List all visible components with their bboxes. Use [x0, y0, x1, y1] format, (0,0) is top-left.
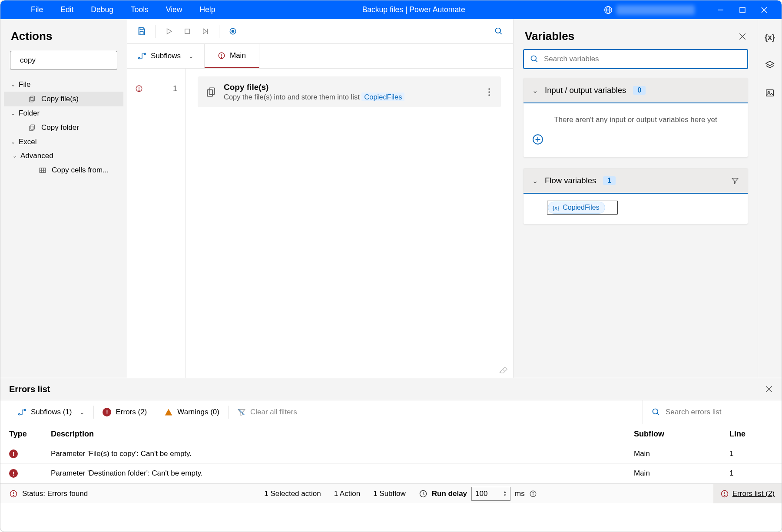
- step-button[interactable]: [197, 23, 214, 40]
- section-title: Flow variables: [545, 176, 596, 185]
- rail-variables-button[interactable]: {x}: [762, 30, 778, 45]
- excel-icon: [39, 166, 46, 174]
- svg-point-26: [139, 57, 140, 59]
- plus-circle-icon: [532, 134, 543, 145]
- rail-images-button[interactable]: [762, 85, 778, 101]
- errors-list-link[interactable]: Errors list (2): [713, 484, 782, 503]
- svg-rect-18: [140, 28, 143, 30]
- variable-icon: {x}: [553, 205, 559, 211]
- tree-group-excel[interactable]: ⌄Excel: [4, 135, 123, 149]
- card-more-button[interactable]: [485, 85, 493, 99]
- chevron-down-icon: ⌄: [189, 53, 194, 59]
- search-flow-button[interactable]: [490, 23, 507, 40]
- search-icon: [652, 408, 660, 416]
- filter-clear-icon: [237, 408, 246, 416]
- subflows-dropdown[interactable]: Subflows ⌄: [127, 44, 205, 68]
- svg-point-57: [13, 495, 14, 496]
- save-button[interactable]: [133, 23, 150, 40]
- tree-group-advanced[interactable]: ⌄Advanced: [4, 149, 123, 163]
- action-card-copy-files[interactable]: Copy file(s) Copy the file(s) into and s…: [198, 76, 501, 107]
- globe-icon: [603, 5, 613, 15]
- svg-point-24: [496, 28, 501, 33]
- action-copy-folder[interactable]: Copy folder: [4, 120, 123, 135]
- svg-point-64: [724, 495, 725, 496]
- maximize-button[interactable]: [738, 6, 747, 14]
- errors-heading: Errors list: [9, 384, 765, 394]
- action-copy-files[interactable]: Copy file(s): [4, 92, 123, 106]
- svg-line-52: [239, 409, 244, 415]
- errors-table: Type Description Subflow Line ! Paramete…: [0, 424, 782, 483]
- clear-filters-button[interactable]: Clear all filters: [229, 408, 306, 416]
- chevron-down-icon[interactable]: ⌄: [532, 177, 538, 185]
- right-rail: {x}: [758, 19, 782, 378]
- svg-rect-20: [185, 29, 190, 34]
- svg-rect-19: [140, 32, 143, 35]
- svg-line-42: [536, 60, 537, 62]
- count-badge: 1: [603, 176, 616, 185]
- rail-layers-button[interactable]: [762, 57, 778, 73]
- errors-subflows-filter[interactable]: Subflows (1) ⌄: [9, 408, 93, 416]
- variables-search[interactable]: [523, 49, 748, 69]
- actions-search-input[interactable]: [20, 56, 112, 65]
- svg-rect-34: [209, 88, 215, 94]
- designer-toolbar: [127, 19, 513, 44]
- errors-panel: Errors list Subflows (1) ⌄ ! Errors (2) …: [0, 378, 782, 483]
- copy-icon: [28, 124, 36, 132]
- close-icon[interactable]: [739, 33, 746, 40]
- eraser-icon[interactable]: [498, 366, 508, 374]
- error-icon: [720, 489, 729, 498]
- run-delay-input[interactable]: 100 ▲▼: [471, 487, 510, 501]
- add-variable-button[interactable]: [532, 134, 739, 145]
- copy-icon: [205, 86, 217, 98]
- svg-point-53: [653, 409, 658, 414]
- chevron-down-icon[interactable]: ⌄: [532, 86, 538, 95]
- errors-search-input[interactable]: [666, 408, 764, 416]
- close-button[interactable]: [760, 6, 769, 14]
- actions-search[interactable]: [10, 51, 117, 70]
- run-button[interactable]: [161, 23, 177, 40]
- warnings-filter[interactable]: Warnings (0): [156, 408, 228, 416]
- search-icon: [530, 55, 539, 63]
- variables-search-input[interactable]: [544, 55, 741, 63]
- chevron-down-icon: ⌄: [11, 110, 15, 116]
- record-button[interactable]: [225, 23, 241, 40]
- designer-area: Subflows ⌄ Main 1 Copy file(s): [127, 19, 513, 378]
- errors-search[interactable]: [643, 400, 773, 424]
- subflow-icon: [18, 408, 27, 416]
- col-subflow: Subflow: [634, 430, 729, 439]
- line-gutter: 1: [127, 69, 186, 378]
- menu-tools[interactable]: Tools: [122, 5, 157, 14]
- svg-rect-12: [31, 125, 34, 129]
- svg-point-37: [488, 91, 490, 93]
- col-type: Type: [9, 430, 51, 439]
- menu-debug[interactable]: Debug: [82, 5, 122, 14]
- menu-file[interactable]: File: [22, 5, 52, 14]
- stop-button[interactable]: [179, 23, 196, 40]
- errors-filter[interactable]: ! Errors (2): [94, 408, 156, 416]
- chevron-down-icon: ⌄: [11, 139, 15, 145]
- info-icon[interactable]: [529, 490, 537, 498]
- error-row[interactable]: ! Parameter 'File(s) to copy': Can't be …: [0, 444, 782, 464]
- flow-canvas[interactable]: Copy file(s) Copy the file(s) into and s…: [186, 69, 513, 378]
- svg-point-36: [488, 88, 490, 90]
- tab-main[interactable]: Main: [205, 44, 259, 68]
- menu-help[interactable]: Help: [191, 5, 224, 14]
- card-description: Copy the file(s) into and store them int…: [224, 93, 478, 101]
- tree-group-file[interactable]: ⌄File: [4, 78, 123, 92]
- window-title: Backup files | Power Automate: [224, 5, 603, 14]
- close-icon[interactable]: [765, 385, 773, 393]
- variable-chip[interactable]: CopiedFiles: [361, 93, 404, 101]
- error-row[interactable]: ! Parameter 'Destination folder': Can't …: [0, 464, 782, 483]
- menu-view[interactable]: View: [157, 5, 191, 14]
- tree-group-folder[interactable]: ⌄Folder: [4, 106, 123, 120]
- status-subflows-count: 1 Subflow: [373, 489, 406, 498]
- error-icon: [135, 85, 143, 93]
- filter-icon[interactable]: [731, 177, 739, 185]
- environment-badge[interactable]: [603, 5, 695, 15]
- variable-pill[interactable]: {x} CopiedFiles: [548, 202, 605, 214]
- action-copy-cells[interactable]: Copy cells from...: [4, 163, 123, 178]
- svg-point-51: [24, 409, 26, 410]
- minimize-button[interactable]: [716, 6, 725, 14]
- menu-edit[interactable]: Edit: [52, 5, 82, 14]
- spinner-arrows[interactable]: ▲▼: [503, 490, 507, 497]
